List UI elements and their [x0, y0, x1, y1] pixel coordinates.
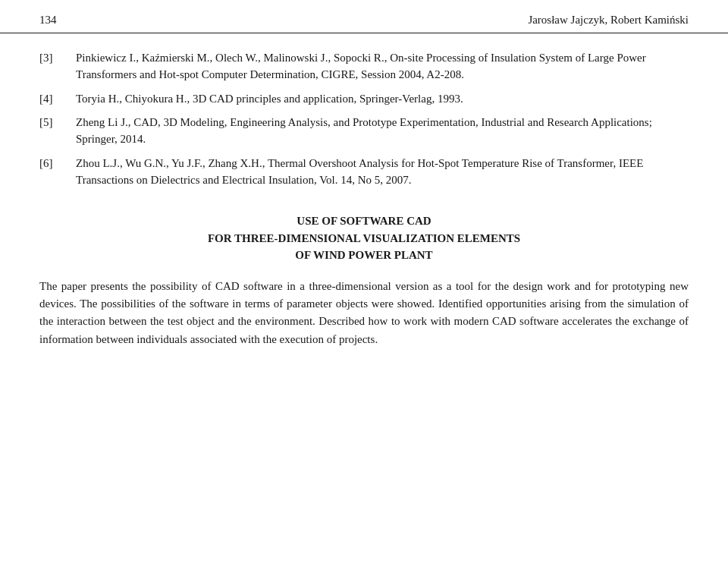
list-item: [5] Zheng Li J., CAD, 3D Modeling, Engin…: [39, 115, 689, 148]
title-line-3: OF WIND POWER PLANT: [39, 247, 689, 264]
ref-number: [5]: [39, 115, 76, 148]
ref-number: [6]: [39, 156, 76, 189]
abstract-text: The paper presents the possibility of CA…: [39, 278, 689, 348]
page-content: [3] Pinkiewicz I., Kaźmierski M., Olech …: [0, 33, 728, 371]
ref-number: [3]: [39, 50, 76, 83]
ref-number: [4]: [39, 91, 76, 108]
ref-text: Toryia H., Chiyokura H., 3D CAD principl…: [76, 91, 689, 108]
ref-text: Zheng Li J., CAD, 3D Modeling, Engineeri…: [76, 115, 689, 148]
page: 134 Jarosław Jajczyk, Robert Kamiński [3…: [0, 0, 728, 579]
page-header: 134 Jarosław Jajczyk, Robert Kamiński: [0, 0, 728, 33]
title-line-1: USE OF SOFTWARE CAD: [39, 212, 689, 230]
ref-text: Pinkiewicz I., Kaźmierski M., Olech W., …: [76, 50, 689, 83]
list-item: [3] Pinkiewicz I., Kaźmierski M., Olech …: [39, 50, 689, 83]
references-section: [3] Pinkiewicz I., Kaźmierski M., Olech …: [39, 50, 689, 188]
list-item: [4] Toryia H., Chiyokura H., 3D CAD prin…: [39, 91, 689, 108]
title-line-2: FOR THREE-DIMENSIONAL VISUALIZATION ELEM…: [39, 230, 689, 247]
header-authors: Jarosław Jajczyk, Robert Kamiński: [528, 14, 689, 27]
page-number: 134: [39, 14, 57, 27]
section-title: USE OF SOFTWARE CAD FOR THREE-DIMENSIONA…: [39, 212, 689, 264]
list-item: [6] Zhou L.J., Wu G.N., Yu J.F., Zhang X…: [39, 156, 689, 189]
ref-text: Zhou L.J., Wu G.N., Yu J.F., Zhang X.H.,…: [76, 156, 689, 189]
